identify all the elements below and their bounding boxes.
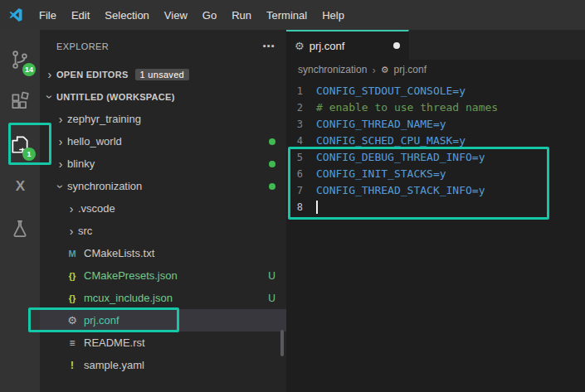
tree-item-label: .vscode: [78, 202, 115, 215]
tree-item-label: src: [78, 225, 92, 237]
gear-icon: ⚙: [381, 65, 389, 75]
line-number: 4: [286, 133, 303, 149]
breadcrumb-folder[interactable]: synchronization: [298, 64, 367, 75]
code-line-7[interactable]: 7CONFIG_THREAD_STACK_INFO=y: [286, 182, 585, 199]
breadcrumb: synchronization › ⚙ prj.conf: [286, 60, 585, 80]
gear-icon: ⚙: [295, 40, 305, 52]
activity-flask-icon[interactable]: [0, 207, 40, 249]
activity-badge: 1: [22, 148, 36, 161]
line-number: 3: [286, 116, 303, 133]
workspace-label: UNTITLED (WORKSPACE): [56, 92, 175, 102]
file-README.rst[interactable]: ≡README.rst: [40, 332, 286, 354]
line-number: 7: [286, 182, 303, 199]
breadcrumb-file[interactable]: prj.conf: [394, 64, 427, 75]
chevron-right-icon: ›: [43, 68, 56, 81]
activity-source-control-icon[interactable]: 14: [0, 38, 40, 80]
file-mcux_include.json[interactable]: {}mcux_include.jsonU: [40, 287, 286, 309]
chevron-right-icon: ›: [54, 135, 67, 148]
file-icon: ≡: [65, 337, 80, 349]
menu-item-run[interactable]: Run: [224, 9, 259, 22]
menu-item-selection[interactable]: Selection: [97, 9, 156, 22]
code-area: 1CONFIG_STDOUT_CONSOLE=y2# enable to use…: [286, 80, 585, 215]
menu-item-edit[interactable]: Edit: [64, 9, 97, 22]
sidebar-title: EXPLORER: [56, 41, 262, 51]
code-line-1[interactable]: 1CONFIG_STDOUT_CONSOLE=y: [286, 83, 585, 99]
file-tree: ›zephyr_training›hello_world›blinky›sync…: [40, 108, 286, 376]
folder-.vscode[interactable]: ›.vscode: [40, 197, 286, 220]
yaml-icon: !: [65, 359, 80, 371]
line-number: 1: [286, 83, 303, 99]
menu-item-terminal[interactable]: Terminal: [259, 9, 314, 22]
tree-item-label: mcux_include.json: [84, 292, 173, 304]
folder-hello_world[interactable]: ›hello_world: [40, 130, 286, 152]
code-line-4[interactable]: 4CONFIG_SCHED_CPU_MASK=y: [286, 133, 585, 149]
code-text: CONFIG_THREAD_STACK_INFO=y: [316, 182, 485, 199]
tree-item-label: CMakeLists.txt: [84, 247, 154, 259]
git-status-badge: U: [268, 270, 275, 282]
file-CMakeLists.txt[interactable]: MCMakeLists.txt: [40, 242, 286, 264]
menu-item-go[interactable]: Go: [195, 9, 224, 22]
workspace-section[interactable]: › UNTITLED (WORKSPACE): [40, 85, 286, 108]
code-line-2[interactable]: 2# enable to use thread names: [286, 99, 585, 116]
chevron-right-icon: ›: [54, 157, 67, 171]
editor: ⚙ prj.conf synchronization › ⚙ prj.conf …: [286, 30, 585, 392]
tree-item-label: CMakePresets.json: [84, 269, 178, 282]
tree-item-label: sample.yaml: [84, 359, 144, 371]
chevron-right-icon: ›: [54, 113, 67, 126]
line-number: 8: [286, 199, 303, 215]
unsaved-badge: 1 unsaved: [135, 69, 189, 80]
file-CMakePresets.json[interactable]: {}CMakePresets.jsonU: [40, 264, 286, 287]
tree-item-label: prj.conf: [84, 314, 119, 327]
modified-dot-icon[interactable]: [393, 42, 400, 49]
activity-badge: 14: [22, 63, 36, 76]
folder-blinky[interactable]: ›blinky: [40, 152, 286, 175]
chevron-down-icon: ›: [43, 90, 56, 104]
code-text: # enable to use thread names: [316, 99, 498, 116]
json-icon: {}: [65, 271, 80, 281]
more-actions-icon[interactable]: ⋯: [262, 39, 275, 54]
menu-item-file[interactable]: File: [32, 9, 64, 22]
gear-icon: ⚙: [65, 314, 80, 327]
tab-bar: ⚙ prj.conf: [286, 30, 585, 60]
menu-bar: FileEditSelectionViewGoRunTerminalHelp: [32, 9, 352, 22]
tree-item-label: synchronization: [67, 180, 142, 192]
tab-label: prj.conf: [310, 40, 345, 52]
sidebar-scrollbar[interactable]: [280, 330, 284, 356]
tree-item-label: zephyr_training: [67, 113, 141, 125]
vscode-window: FileEditSelectionViewGoRunTerminalHelp 1…: [0, 0, 585, 392]
code-line-8[interactable]: 8: [286, 199, 585, 215]
activity-bar: 141X: [0, 30, 40, 392]
folder-synchronization[interactable]: ›synchronization: [40, 175, 286, 197]
code-line-3[interactable]: 3CONFIG_THREAD_NAME=y: [286, 116, 585, 133]
sidebar: EXPLORER ⋯ › OPEN EDITORS 1 unsaved › UN…: [40, 30, 286, 392]
chevron-right-icon: ›: [65, 202, 78, 215]
folder-src[interactable]: ›src: [40, 220, 286, 242]
chevron-down-icon: ›: [54, 180, 67, 193]
activity-files-icon[interactable]: 1: [0, 123, 40, 165]
code-text: CONFIG_THREAD_NAME=y: [316, 116, 446, 133]
cmake-icon: M: [65, 249, 80, 259]
tree-item-label: blinky: [67, 157, 95, 170]
file-prj.conf[interactable]: ⚙prj.conf: [40, 309, 286, 332]
file-sample.yaml[interactable]: !sample.yaml: [40, 354, 286, 376]
open-editors-section[interactable]: › OPEN EDITORS 1 unsaved: [40, 63, 286, 85]
activity-x-extension-icon[interactable]: X: [0, 165, 40, 207]
vscode-logo-icon: [0, 7, 32, 23]
tab-prj-conf[interactable]: ⚙ prj.conf: [286, 30, 409, 60]
code-line-6[interactable]: 6CONFIG_INIT_STACKS=y: [286, 166, 585, 182]
code-text: CONFIG_INIT_STACKS=y: [316, 166, 446, 182]
title-bar: FileEditSelectionViewGoRunTerminalHelp: [0, 0, 585, 30]
tree-item-label: README.rst: [84, 336, 145, 349]
tree-item-label: hello_world: [67, 135, 122, 148]
code-text: CONFIG_SCHED_CPU_MASK=y: [316, 133, 466, 149]
chevron-right-icon: ›: [372, 64, 375, 76]
code-line-5[interactable]: 5CONFIG_DEBUG_THREAD_INFO=y: [286, 149, 585, 166]
activity-extensions-icon[interactable]: [0, 80, 40, 123]
active-project-dot: [269, 161, 275, 167]
menu-item-help[interactable]: Help: [314, 9, 352, 22]
explorer-header: EXPLORER ⋯: [40, 30, 286, 63]
menu-item-view[interactable]: View: [157, 9, 195, 22]
active-project-dot: [269, 183, 275, 190]
code-text: CONFIG_DEBUG_THREAD_INFO=y: [316, 149, 485, 166]
folder-zephyr_training[interactable]: ›zephyr_training: [40, 108, 286, 130]
